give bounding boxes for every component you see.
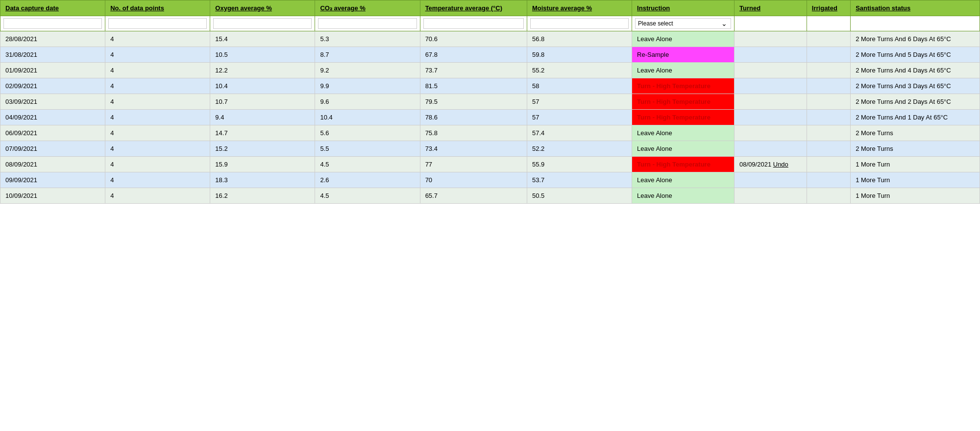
filter-temperature-cell [420, 16, 527, 31]
cell-date: 28/08/2021 [0, 31, 105, 47]
header-moisture: Moisture average % [527, 0, 632, 16]
filter-row: Please select Leave Alone Re-Sample Turn… [0, 16, 980, 31]
cell-moisture: 57.4 [527, 125, 632, 141]
filter-instruction-cell: Please select Leave Alone Re-Sample Turn… [632, 16, 735, 31]
cell-co2: 5.3 [315, 31, 420, 47]
cell-turned [735, 110, 807, 125]
cell-turned [735, 31, 807, 47]
cell-sanitation: 1 More Turn [851, 172, 980, 188]
cell-oxygen: 16.2 [210, 188, 315, 204]
cell-datapoints: 4 [105, 94, 210, 110]
cell-irrigated [807, 94, 850, 110]
filter-co2-input[interactable] [318, 18, 416, 29]
header-row: Data capture date No. of data points Oxy… [0, 0, 980, 16]
cell-co2: 9.9 [315, 78, 420, 94]
table-row: 02/09/2021410.49.981.558Turn - High Temp… [0, 78, 980, 94]
cell-co2: 2.6 [315, 172, 420, 188]
cell-instruction: Leave Alone [632, 125, 735, 141]
cell-irrigated [807, 141, 850, 157]
cell-turned [735, 188, 807, 204]
cell-instruction: Leave Alone [632, 188, 735, 204]
filter-date-cell [0, 16, 105, 31]
cell-turned [735, 172, 807, 188]
table-row: 10/09/2021416.24.565.750.5Leave Alone1 M… [0, 188, 980, 204]
header-date: Data capture date [0, 0, 105, 16]
cell-moisture: 55.9 [527, 157, 632, 172]
cell-moisture: 52.2 [527, 141, 632, 157]
cell-date: 08/09/2021 [0, 157, 105, 172]
table-row: 06/09/2021414.75.675.857.4Leave Alone2 M… [0, 125, 980, 141]
data-table-container: Data capture date No. of data points Oxy… [0, 0, 980, 204]
cell-oxygen: 9.4 [210, 110, 315, 125]
cell-instruction: Leave Alone [632, 172, 735, 188]
cell-co2: 9.6 [315, 94, 420, 110]
filter-datapoints-input[interactable] [108, 18, 207, 29]
cell-irrigated [807, 125, 850, 141]
cell-irrigated [807, 188, 850, 204]
filter-datapoints-cell [105, 16, 210, 31]
header-turned: Turned [735, 0, 807, 16]
filter-oxygen-input[interactable] [213, 18, 312, 29]
cell-co2: 4.5 [315, 157, 420, 172]
cell-co2: 5.5 [315, 141, 420, 157]
header-temperature: Temperature average (°C) [420, 0, 527, 16]
cell-temperature: 78.6 [420, 110, 527, 125]
cell-turned [735, 47, 807, 63]
cell-oxygen: 18.3 [210, 172, 315, 188]
cell-date: 31/08/2021 [0, 47, 105, 63]
cell-irrigated [807, 47, 850, 63]
cell-irrigated [807, 157, 850, 172]
cell-moisture: 57 [527, 94, 632, 110]
cell-datapoints: 4 [105, 31, 210, 47]
cell-turned [735, 63, 807, 78]
cell-instruction: Re-Sample [632, 47, 735, 63]
cell-sanitation: 2 More Turns [851, 141, 980, 157]
cell-turned [735, 94, 807, 110]
cell-oxygen: 10.5 [210, 47, 315, 63]
cell-instruction: Leave Alone [632, 31, 735, 47]
cell-sanitation: 2 More Turns And 5 Days At 65°C [851, 47, 980, 63]
filter-instruction-select[interactable]: Please select Leave Alone Re-Sample Turn… [635, 18, 731, 29]
cell-oxygen: 12.2 [210, 63, 315, 78]
cell-datapoints: 4 [105, 172, 210, 188]
cell-date: 01/09/2021 [0, 63, 105, 78]
header-instruction: Instruction [632, 0, 735, 16]
cell-datapoints: 4 [105, 47, 210, 63]
cell-temperature: 75.8 [420, 125, 527, 141]
cell-turned [735, 78, 807, 94]
filter-moisture-input[interactable] [530, 18, 629, 29]
cell-moisture: 57 [527, 110, 632, 125]
cell-irrigated [807, 63, 850, 78]
filter-temperature-input[interactable] [423, 18, 524, 29]
cell-temperature: 67.8 [420, 47, 527, 63]
filter-moisture-cell [527, 16, 632, 31]
cell-moisture: 53.7 [527, 172, 632, 188]
instruction-select-wrapper: Please select Leave Alone Re-Sample Turn… [635, 18, 731, 29]
cell-co2: 10.4 [315, 110, 420, 125]
cell-turned [735, 125, 807, 141]
undo-link[interactable]: Undo [773, 161, 788, 168]
table-row: 08/09/2021415.94.57755.9Turn - High Temp… [0, 157, 980, 172]
cell-datapoints: 4 [105, 188, 210, 204]
cell-instruction: Leave Alone [632, 141, 735, 157]
cell-co2: 9.2 [315, 63, 420, 78]
cell-datapoints: 4 [105, 63, 210, 78]
cell-oxygen: 14.7 [210, 125, 315, 141]
cell-irrigated [807, 31, 850, 47]
cell-date: 10/09/2021 [0, 188, 105, 204]
cell-instruction: Turn - High Temperature [632, 94, 735, 110]
cell-sanitation: 2 More Turns And 4 Days At 65°C [851, 63, 980, 78]
filter-irrigated-cell [807, 16, 850, 31]
cell-date: 07/09/2021 [0, 141, 105, 157]
filter-oxygen-cell [210, 16, 315, 31]
filter-date-input[interactable] [3, 18, 102, 29]
cell-instruction: Turn - High Temperature [632, 157, 735, 172]
cell-date: 03/09/2021 [0, 94, 105, 110]
cell-datapoints: 4 [105, 157, 210, 172]
cell-co2: 5.6 [315, 125, 420, 141]
cell-date: 06/09/2021 [0, 125, 105, 141]
cell-datapoints: 4 [105, 125, 210, 141]
cell-date: 09/09/2021 [0, 172, 105, 188]
cell-temperature: 81.5 [420, 78, 527, 94]
table-body: 28/08/2021415.45.370.656.8Leave Alone2 M… [0, 31, 980, 204]
